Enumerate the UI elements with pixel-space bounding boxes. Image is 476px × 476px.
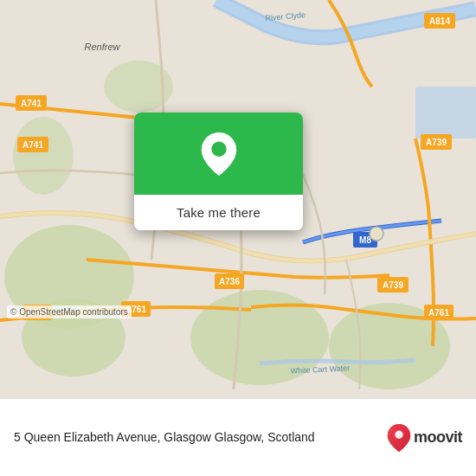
svg-text:Renfrew: Renfrew — [85, 42, 121, 52]
svg-text:A761: A761 — [428, 308, 449, 318]
popup-header — [134, 113, 303, 195]
svg-rect-7 — [415, 87, 476, 138]
svg-text:A739: A739 — [426, 138, 447, 147]
svg-text:A741: A741 — [23, 140, 43, 150]
map-container: A741 A741 A814 A739 A739 A761 A761 A761 … — [0, 0, 476, 398]
location-popup: Take me there — [134, 113, 303, 230]
svg-point-6 — [13, 117, 74, 195]
svg-text:A739: A739 — [383, 280, 403, 290]
location-pin-icon — [201, 132, 237, 176]
popup-tail — [210, 229, 228, 230]
svg-point-31 — [370, 227, 383, 241]
svg-text:A741: A741 — [21, 99, 42, 108]
moovit-pin-icon — [387, 424, 411, 452]
address-section: 5 Queen Elizabeth Avenue, Glasgow Glasgo… — [14, 429, 376, 445]
address-text: 5 Queen Elizabeth Avenue, Glasgow Glasgo… — [14, 429, 376, 445]
map-copyright: © OpenStreetMap contributors — [7, 306, 132, 318]
svg-point-36 — [211, 141, 226, 156]
moovit-brand-text: moovit — [414, 428, 462, 447]
svg-text:A736: A736 — [219, 277, 240, 286]
svg-point-37 — [395, 430, 402, 438]
take-me-there-button[interactable]: Take me there — [134, 195, 303, 230]
bottom-bar: 5 Queen Elizabeth Avenue, Glasgow Glasgo… — [0, 398, 476, 476]
svg-text:A814: A814 — [429, 16, 450, 26]
moovit-logo: moovit — [387, 424, 462, 452]
